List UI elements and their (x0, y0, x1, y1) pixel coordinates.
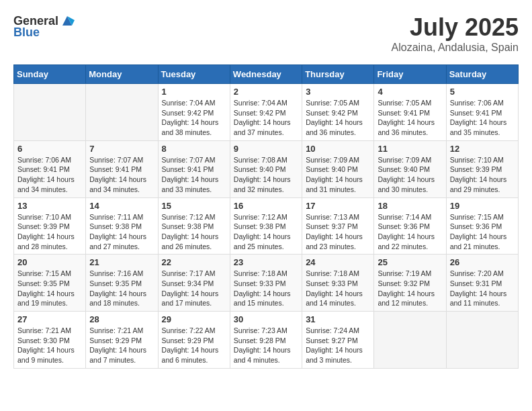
day-info: Sunrise: 7:13 AM Sunset: 9:37 PM Dayligh… (306, 212, 370, 252)
month-title: July 2025 (392, 13, 519, 42)
calendar-day-cell: 20Sunrise: 7:15 AM Sunset: 9:35 PM Dayli… (14, 255, 86, 312)
calendar-day-cell: 2Sunrise: 7:04 AM Sunset: 9:42 PM Daylig… (230, 84, 302, 141)
calendar-table: SundayMondayTuesdayWednesdayThursdayFrid… (13, 64, 519, 369)
day-info: Sunrise: 7:18 AM Sunset: 9:33 PM Dayligh… (306, 269, 370, 308)
day-info: Sunrise: 7:24 AM Sunset: 9:27 PM Dayligh… (306, 326, 370, 365)
calendar-day-cell: 12Sunrise: 7:10 AM Sunset: 9:39 PM Dayli… (446, 140, 518, 197)
day-number: 16 (234, 201, 298, 211)
day-number: 15 (162, 201, 226, 211)
day-number: 20 (17, 257, 82, 267)
calendar-day-cell: 13Sunrise: 7:10 AM Sunset: 9:39 PM Dayli… (14, 197, 86, 255)
day-number: 25 (378, 257, 442, 267)
day-number: 9 (234, 144, 298, 154)
calendar-day-cell: 21Sunrise: 7:16 AM Sunset: 9:35 PM Dayli… (86, 255, 158, 312)
day-info: Sunrise: 7:22 AM Sunset: 9:29 PM Dayligh… (162, 326, 226, 365)
calendar-day-cell: 5Sunrise: 7:06 AM Sunset: 9:41 PM Daylig… (446, 84, 518, 141)
title-block: July 2025 Alozaina, Andalusia, Spain (392, 13, 519, 54)
day-info: Sunrise: 7:17 AM Sunset: 9:34 PM Dayligh… (162, 269, 226, 308)
day-number: 10 (306, 144, 370, 154)
day-number: 18 (378, 201, 442, 211)
day-info: Sunrise: 7:16 AM Sunset: 9:35 PM Dayligh… (89, 269, 154, 308)
calendar-day-cell: 19Sunrise: 7:15 AM Sunset: 9:36 PM Dayli… (446, 197, 518, 255)
calendar-week-row: 20Sunrise: 7:15 AM Sunset: 9:35 PM Dayli… (14, 255, 519, 312)
day-number: 8 (162, 144, 226, 154)
day-number: 27 (17, 314, 82, 324)
logo-blue-text: Blue (13, 26, 40, 40)
calendar-day-cell: 27Sunrise: 7:21 AM Sunset: 9:30 PM Dayli… (14, 312, 86, 369)
day-info: Sunrise: 7:20 AM Sunset: 9:31 PM Dayligh… (450, 269, 515, 308)
day-of-week-header: Sunday (14, 65, 86, 84)
calendar-day-cell: 9Sunrise: 7:08 AM Sunset: 9:40 PM Daylig… (230, 140, 302, 197)
day-number: 14 (89, 201, 154, 211)
day-number: 31 (306, 314, 370, 324)
day-number: 23 (234, 257, 298, 267)
day-info: Sunrise: 7:07 AM Sunset: 9:41 PM Dayligh… (162, 155, 226, 195)
day-number: 4 (378, 87, 442, 97)
calendar-day-cell: 3Sunrise: 7:05 AM Sunset: 9:42 PM Daylig… (302, 84, 374, 141)
calendar-day-cell: 22Sunrise: 7:17 AM Sunset: 9:34 PM Dayli… (158, 255, 230, 312)
calendar-week-row: 27Sunrise: 7:21 AM Sunset: 9:30 PM Dayli… (14, 312, 519, 369)
calendar-day-cell: 24Sunrise: 7:18 AM Sunset: 9:33 PM Dayli… (302, 255, 374, 312)
calendar-week-row: 1Sunrise: 7:04 AM Sunset: 9:42 PM Daylig… (14, 84, 519, 141)
calendar-day-cell: 10Sunrise: 7:09 AM Sunset: 9:40 PM Dayli… (302, 140, 374, 197)
day-info: Sunrise: 7:21 AM Sunset: 9:30 PM Dayligh… (17, 326, 82, 365)
day-of-week-header: Wednesday (230, 65, 302, 84)
calendar-day-cell (14, 84, 86, 141)
calendar-week-row: 13Sunrise: 7:10 AM Sunset: 9:39 PM Dayli… (14, 197, 519, 255)
day-info: Sunrise: 7:09 AM Sunset: 9:40 PM Dayligh… (306, 155, 370, 195)
day-info: Sunrise: 7:21 AM Sunset: 9:29 PM Dayligh… (89, 326, 154, 365)
day-info: Sunrise: 7:18 AM Sunset: 9:33 PM Dayligh… (234, 269, 298, 308)
day-info: Sunrise: 7:10 AM Sunset: 9:39 PM Dayligh… (450, 155, 515, 195)
calendar-day-cell: 29Sunrise: 7:22 AM Sunset: 9:29 PM Dayli… (158, 312, 230, 369)
day-number: 1 (162, 87, 226, 97)
day-info: Sunrise: 7:14 AM Sunset: 9:36 PM Dayligh… (378, 212, 442, 252)
day-number: 6 (17, 144, 82, 154)
day-info: Sunrise: 7:12 AM Sunset: 9:38 PM Dayligh… (234, 212, 298, 252)
day-info: Sunrise: 7:11 AM Sunset: 9:38 PM Dayligh… (89, 212, 154, 252)
day-number: 13 (17, 201, 82, 211)
day-number: 5 (450, 87, 515, 97)
calendar-day-cell (86, 84, 158, 141)
day-of-week-header: Saturday (446, 65, 518, 84)
day-number: 2 (234, 87, 298, 97)
day-info: Sunrise: 7:05 AM Sunset: 9:42 PM Dayligh… (306, 98, 370, 138)
calendar-day-cell: 14Sunrise: 7:11 AM Sunset: 9:38 PM Dayli… (86, 197, 158, 255)
day-info: Sunrise: 7:07 AM Sunset: 9:41 PM Dayligh… (89, 155, 154, 195)
day-of-week-header: Monday (86, 65, 158, 84)
day-info: Sunrise: 7:05 AM Sunset: 9:41 PM Dayligh… (378, 98, 442, 138)
calendar-day-cell: 4Sunrise: 7:05 AM Sunset: 9:41 PM Daylig… (374, 84, 446, 141)
day-info: Sunrise: 7:04 AM Sunset: 9:42 PM Dayligh… (234, 98, 298, 138)
calendar-day-cell: 25Sunrise: 7:19 AM Sunset: 9:32 PM Dayli… (374, 255, 446, 312)
day-of-week-header: Thursday (302, 65, 374, 84)
day-number: 29 (162, 314, 226, 324)
day-info: Sunrise: 7:15 AM Sunset: 9:36 PM Dayligh… (450, 212, 515, 252)
calendar-day-cell: 30Sunrise: 7:23 AM Sunset: 9:28 PM Dayli… (230, 312, 302, 369)
day-info: Sunrise: 7:10 AM Sunset: 9:39 PM Dayligh… (17, 212, 82, 252)
day-info: Sunrise: 7:06 AM Sunset: 9:41 PM Dayligh… (450, 98, 515, 138)
day-info: Sunrise: 7:12 AM Sunset: 9:38 PM Dayligh… (162, 212, 226, 252)
day-number: 22 (162, 257, 226, 267)
calendar-day-cell: 23Sunrise: 7:18 AM Sunset: 9:33 PM Dayli… (230, 255, 302, 312)
day-info: Sunrise: 7:04 AM Sunset: 9:42 PM Dayligh… (162, 98, 226, 138)
calendar-day-cell: 26Sunrise: 7:20 AM Sunset: 9:31 PM Dayli… (446, 255, 518, 312)
day-number: 21 (89, 257, 154, 267)
day-info: Sunrise: 7:08 AM Sunset: 9:40 PM Dayligh… (234, 155, 298, 195)
day-number: 11 (378, 144, 442, 154)
calendar-day-cell: 6Sunrise: 7:06 AM Sunset: 9:41 PM Daylig… (14, 140, 86, 197)
day-number: 26 (450, 257, 515, 267)
calendar-week-row: 6Sunrise: 7:06 AM Sunset: 9:41 PM Daylig… (14, 140, 519, 197)
calendar-day-cell: 17Sunrise: 7:13 AM Sunset: 9:37 PM Dayli… (302, 197, 374, 255)
day-of-week-header: Tuesday (158, 65, 230, 84)
calendar-day-cell: 8Sunrise: 7:07 AM Sunset: 9:41 PM Daylig… (158, 140, 230, 197)
calendar-day-cell: 16Sunrise: 7:12 AM Sunset: 9:38 PM Dayli… (230, 197, 302, 255)
day-number: 30 (234, 314, 298, 324)
day-info: Sunrise: 7:06 AM Sunset: 9:41 PM Dayligh… (17, 155, 82, 195)
calendar-day-cell: 31Sunrise: 7:24 AM Sunset: 9:27 PM Dayli… (302, 312, 374, 369)
calendar-day-cell (446, 312, 518, 369)
calendar-day-cell: 1Sunrise: 7:04 AM Sunset: 9:42 PM Daylig… (158, 84, 230, 141)
location-title: Alozaina, Andalusia, Spain (392, 42, 519, 54)
day-number: 24 (306, 257, 370, 267)
calendar-day-cell: 15Sunrise: 7:12 AM Sunset: 9:38 PM Dayli… (158, 197, 230, 255)
day-number: 7 (89, 144, 154, 154)
day-number: 19 (450, 201, 515, 211)
